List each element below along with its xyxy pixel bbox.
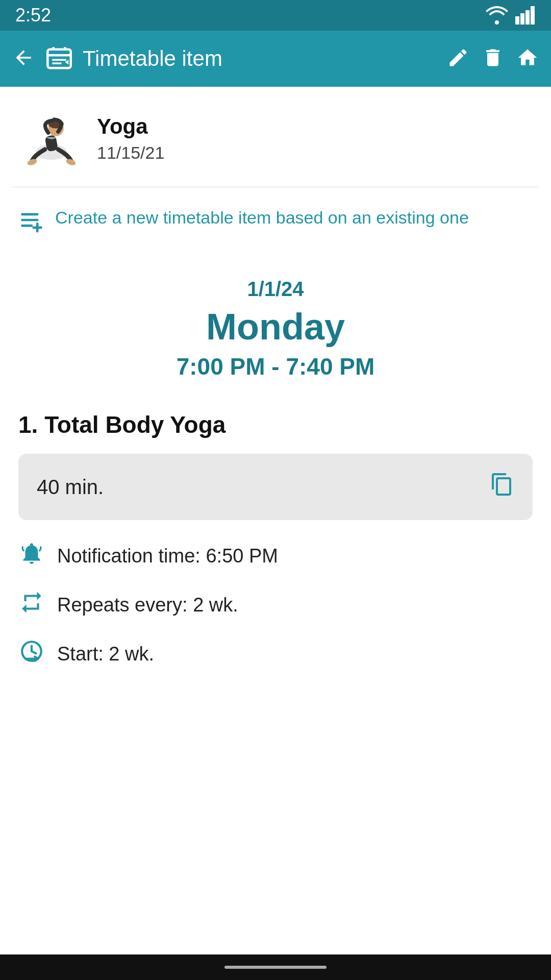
- app-bar-title: Timetable item: [45, 46, 437, 71]
- notification-text: Notification time: 6:50 PM: [57, 545, 278, 567]
- notification-row: Notification time: 6:50 PM: [18, 541, 533, 571]
- repeats-text: Repeats every: 2 wk.: [57, 594, 238, 616]
- delete-button[interactable]: [482, 46, 504, 71]
- signal-icon: [515, 6, 536, 24]
- start-icon: [18, 639, 45, 669]
- back-button[interactable]: [12, 46, 35, 71]
- start-text: Start: 2 wk.: [57, 643, 154, 665]
- bell-icon: [18, 541, 45, 571]
- create-new-text: Create a new timetable item based on an …: [55, 206, 469, 230]
- repeats-row: Repeats every: 2 wk.: [18, 590, 533, 620]
- info-rows: Notification time: 6:50 PM Repeats every…: [0, 535, 551, 690]
- status-time: 2:52: [15, 5, 51, 26]
- main-content: Yoga 11/15/21 Create a new timetable ite…: [0, 87, 551, 954]
- schedule-time: 7:00 PM - 7:40 PM: [12, 353, 539, 380]
- yoga-image: [18, 105, 85, 172]
- svg-rect-5: [47, 50, 70, 68]
- bottom-handle: [224, 966, 327, 969]
- svg-point-0: [495, 20, 499, 24]
- schedule-day: Monday: [12, 306, 539, 348]
- status-icons: [485, 6, 536, 24]
- exercise-title: 1. Total Body Yoga: [0, 396, 551, 449]
- edit-button[interactable]: [447, 46, 469, 71]
- app-bar-actions: [447, 46, 539, 71]
- svg-rect-3: [525, 10, 530, 24]
- svg-rect-1: [515, 16, 519, 24]
- timetable-icon: [45, 46, 73, 71]
- copy-button[interactable]: [490, 472, 514, 502]
- yoga-name: Yoga: [97, 114, 164, 139]
- status-bar: 2:52: [0, 0, 551, 31]
- bottom-bar: [0, 954, 551, 980]
- app-bar: Timetable item: [0, 31, 551, 87]
- duration-text: 40 min.: [37, 476, 104, 499]
- schedule-date: 1/1/24: [12, 278, 539, 301]
- svg-rect-2: [520, 13, 524, 24]
- yoga-info: Yoga 11/15/21: [97, 114, 164, 163]
- create-new-button[interactable]: Create a new timetable item based on an …: [0, 187, 551, 257]
- start-row: Start: 2 wk.: [18, 639, 533, 669]
- add-list-icon: [18, 207, 45, 239]
- yoga-header: Yoga 11/15/21: [0, 87, 551, 187]
- yoga-date: 11/15/21: [97, 143, 164, 163]
- svg-rect-4: [531, 6, 535, 24]
- schedule-info: 1/1/24 Monday 7:00 PM - 7:40 PM: [0, 257, 551, 396]
- wifi-icon: [485, 6, 509, 24]
- repeat-icon: [18, 590, 45, 620]
- home-button[interactable]: [516, 46, 539, 71]
- duration-box: 40 min.: [18, 454, 533, 520]
